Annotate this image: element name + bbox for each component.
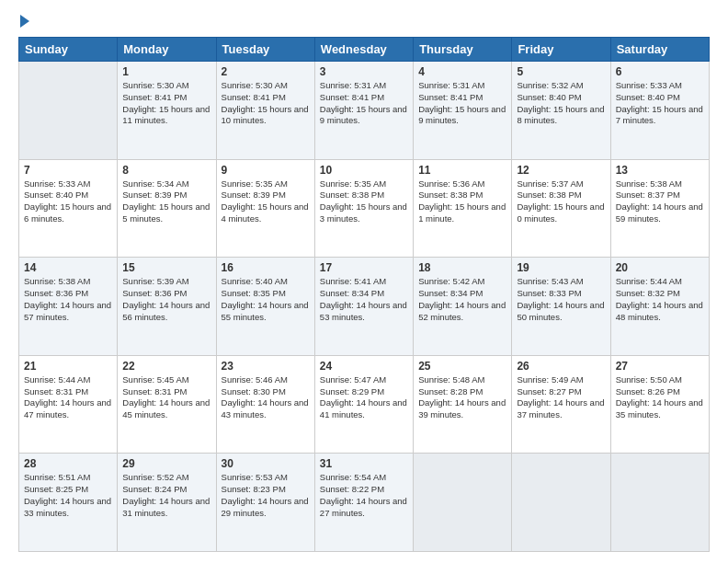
day-info: Sunrise: 5:53 AMSunset: 8:23 PMDaylight:… [222, 472, 310, 519]
calendar-cell: 8Sunrise: 5:34 AMSunset: 8:39 PMDaylight… [118, 159, 216, 258]
day-number: 3 [320, 65, 408, 78]
day-number: 27 [616, 360, 704, 373]
day-info: Sunrise: 5:39 AMSunset: 8:36 PMDaylight:… [122, 276, 210, 323]
calendar-cell: 26Sunrise: 5:49 AMSunset: 8:27 PMDayligh… [512, 355, 610, 454]
day-info: Sunrise: 5:52 AMSunset: 8:24 PMDaylight:… [122, 472, 210, 519]
calendar-table: SundayMondayTuesdayWednesdayThursdayFrid… [18, 37, 710, 552]
day-number: 14 [24, 261, 112, 274]
calendar-cell: 15Sunrise: 5:39 AMSunset: 8:36 PMDayligh… [118, 258, 216, 356]
day-info: Sunrise: 5:49 AMSunset: 8:27 PMDaylight:… [517, 374, 605, 421]
day-number: 10 [320, 164, 408, 177]
day-number: 21 [24, 360, 112, 373]
day-number: 28 [24, 457, 112, 470]
calendar-week-row: 7Sunrise: 5:33 AMSunset: 8:40 PMDaylight… [19, 159, 710, 258]
calendar-cell: 27Sunrise: 5:50 AMSunset: 8:26 PMDayligh… [610, 355, 709, 454]
calendar-week-row: 14Sunrise: 5:38 AMSunset: 8:36 PMDayligh… [19, 258, 710, 356]
day-info: Sunrise: 5:40 AMSunset: 8:35 PMDaylight:… [222, 276, 310, 323]
calendar-cell: 14Sunrise: 5:38 AMSunset: 8:36 PMDayligh… [19, 258, 118, 356]
calendar-header-cell: Monday [118, 38, 216, 62]
calendar-cell: 12Sunrise: 5:37 AMSunset: 8:38 PMDayligh… [512, 159, 610, 258]
calendar-header-cell: Wednesday [314, 38, 413, 62]
calendar-cell: 25Sunrise: 5:48 AMSunset: 8:28 PMDayligh… [414, 355, 512, 454]
calendar-cell: 24Sunrise: 5:47 AMSunset: 8:29 PMDayligh… [314, 355, 413, 454]
day-info: Sunrise: 5:37 AMSunset: 8:38 PMDaylight:… [517, 178, 605, 225]
calendar-cell: 19Sunrise: 5:43 AMSunset: 8:33 PMDayligh… [512, 258, 610, 356]
day-info: Sunrise: 5:54 AMSunset: 8:22 PMDaylight:… [320, 472, 408, 519]
header [18, 15, 710, 28]
logo-arrow-icon [20, 15, 29, 28]
calendar-cell: 3Sunrise: 5:31 AMSunset: 8:41 PMDaylight… [314, 62, 413, 160]
day-number: 26 [517, 360, 605, 373]
day-number: 15 [122, 261, 210, 274]
calendar-cell: 13Sunrise: 5:38 AMSunset: 8:37 PMDayligh… [610, 159, 709, 258]
calendar-cell: 21Sunrise: 5:44 AMSunset: 8:31 PMDayligh… [19, 355, 118, 454]
calendar-cell: 5Sunrise: 5:32 AMSunset: 8:40 PMDaylight… [512, 62, 610, 160]
day-number: 2 [222, 65, 310, 78]
day-info: Sunrise: 5:51 AMSunset: 8:25 PMDaylight:… [24, 472, 112, 519]
day-info: Sunrise: 5:33 AMSunset: 8:40 PMDaylight:… [616, 80, 704, 127]
calendar-cell: 23Sunrise: 5:46 AMSunset: 8:30 PMDayligh… [216, 355, 314, 454]
day-number: 7 [24, 164, 112, 177]
day-info: Sunrise: 5:44 AMSunset: 8:31 PMDaylight:… [24, 374, 112, 421]
calendar-cell: 4Sunrise: 5:31 AMSunset: 8:41 PMDaylight… [414, 62, 512, 160]
day-info: Sunrise: 5:47 AMSunset: 8:29 PMDaylight:… [320, 374, 408, 421]
day-info: Sunrise: 5:42 AMSunset: 8:34 PMDaylight:… [418, 276, 506, 323]
calendar-cell [512, 454, 610, 552]
calendar-cell [414, 454, 512, 552]
day-number: 9 [222, 164, 310, 177]
day-number: 25 [418, 360, 506, 373]
day-info: Sunrise: 5:41 AMSunset: 8:34 PMDaylight:… [320, 276, 408, 323]
day-info: Sunrise: 5:34 AMSunset: 8:39 PMDaylight:… [122, 178, 210, 225]
day-info: Sunrise: 5:30 AMSunset: 8:41 PMDaylight:… [222, 80, 310, 127]
calendar-cell [610, 454, 709, 552]
day-info: Sunrise: 5:46 AMSunset: 8:30 PMDaylight:… [222, 374, 310, 421]
day-number: 31 [320, 457, 408, 470]
page: SundayMondayTuesdayWednesdayThursdayFrid… [0, 0, 728, 563]
day-number: 18 [418, 261, 506, 274]
day-number: 6 [616, 65, 704, 78]
day-number: 20 [616, 261, 704, 274]
day-info: Sunrise: 5:31 AMSunset: 8:41 PMDaylight:… [418, 80, 506, 127]
day-number: 29 [122, 457, 210, 470]
day-info: Sunrise: 5:48 AMSunset: 8:28 PMDaylight:… [418, 374, 506, 421]
day-number: 19 [517, 261, 605, 274]
calendar-cell: 29Sunrise: 5:52 AMSunset: 8:24 PMDayligh… [118, 454, 216, 552]
calendar-header-cell: Tuesday [216, 38, 314, 62]
day-number: 24 [320, 360, 408, 373]
day-info: Sunrise: 5:43 AMSunset: 8:33 PMDaylight:… [517, 276, 605, 323]
calendar-header-cell: Saturday [610, 38, 709, 62]
day-info: Sunrise: 5:38 AMSunset: 8:37 PMDaylight:… [616, 178, 704, 225]
day-info: Sunrise: 5:45 AMSunset: 8:31 PMDaylight:… [122, 374, 210, 421]
calendar-cell: 10Sunrise: 5:35 AMSunset: 8:38 PMDayligh… [314, 159, 413, 258]
calendar-header-cell: Thursday [414, 38, 512, 62]
logo [18, 15, 29, 28]
day-info: Sunrise: 5:35 AMSunset: 8:38 PMDaylight:… [320, 178, 408, 225]
day-number: 12 [517, 164, 605, 177]
day-number: 17 [320, 261, 408, 274]
calendar-week-row: 21Sunrise: 5:44 AMSunset: 8:31 PMDayligh… [19, 355, 710, 454]
calendar-cell: 11Sunrise: 5:36 AMSunset: 8:38 PMDayligh… [414, 159, 512, 258]
calendar-cell: 9Sunrise: 5:35 AMSunset: 8:39 PMDaylight… [216, 159, 314, 258]
day-info: Sunrise: 5:30 AMSunset: 8:41 PMDaylight:… [122, 80, 210, 127]
calendar-cell: 20Sunrise: 5:44 AMSunset: 8:32 PMDayligh… [610, 258, 709, 356]
calendar-week-row: 1Sunrise: 5:30 AMSunset: 8:41 PMDaylight… [19, 62, 710, 160]
calendar-cell: 18Sunrise: 5:42 AMSunset: 8:34 PMDayligh… [414, 258, 512, 356]
day-number: 8 [122, 164, 210, 177]
day-info: Sunrise: 5:44 AMSunset: 8:32 PMDaylight:… [616, 276, 704, 323]
day-number: 13 [616, 164, 704, 177]
calendar-cell [19, 62, 118, 160]
day-info: Sunrise: 5:31 AMSunset: 8:41 PMDaylight:… [320, 80, 408, 127]
day-number: 16 [222, 261, 310, 274]
calendar-header-cell: Friday [512, 38, 610, 62]
calendar-header-cell: Sunday [19, 38, 118, 62]
day-number: 5 [517, 65, 605, 78]
calendar-cell: 6Sunrise: 5:33 AMSunset: 8:40 PMDaylight… [610, 62, 709, 160]
calendar-cell: 22Sunrise: 5:45 AMSunset: 8:31 PMDayligh… [118, 355, 216, 454]
day-info: Sunrise: 5:33 AMSunset: 8:40 PMDaylight:… [24, 178, 112, 225]
calendar-header-row: SundayMondayTuesdayWednesdayThursdayFrid… [19, 38, 710, 62]
calendar-body: 1Sunrise: 5:30 AMSunset: 8:41 PMDaylight… [19, 62, 710, 552]
calendar-cell: 28Sunrise: 5:51 AMSunset: 8:25 PMDayligh… [19, 454, 118, 552]
calendar-cell: 2Sunrise: 5:30 AMSunset: 8:41 PMDaylight… [216, 62, 314, 160]
day-info: Sunrise: 5:36 AMSunset: 8:38 PMDaylight:… [418, 178, 506, 225]
calendar-week-row: 28Sunrise: 5:51 AMSunset: 8:25 PMDayligh… [19, 454, 710, 552]
